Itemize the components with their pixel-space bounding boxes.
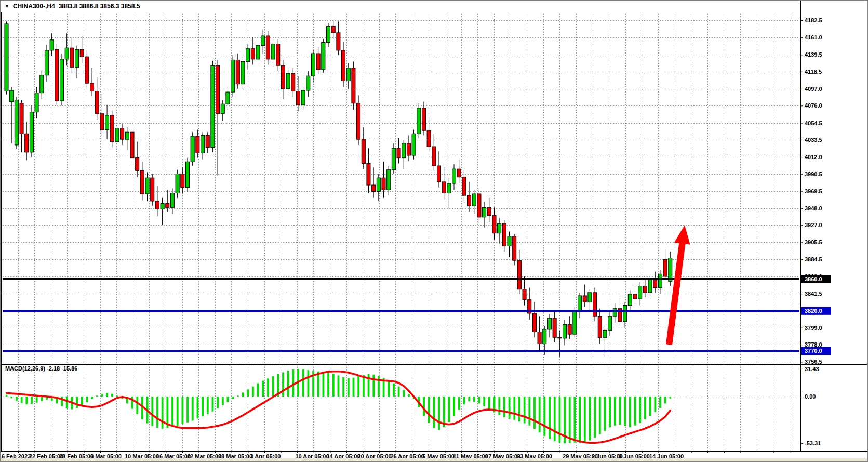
macd-histogram-bar [227, 397, 229, 402]
svg-text:3948.0: 3948.0 [805, 205, 822, 212]
candle [110, 111, 114, 148]
macd-histogram-bar [433, 397, 435, 428]
macd-histogram-bar [559, 397, 561, 443]
candle [377, 174, 380, 201]
candle [603, 326, 607, 357]
svg-text:3841.5: 3841.5 [805, 291, 822, 297]
macd-histogram-bar [524, 397, 526, 424]
candle [663, 249, 667, 280]
price-axis[interactable]: 4182.54161.04139.54118.54097.04076.04054… [800, 17, 831, 446]
candle [121, 124, 124, 145]
candle [517, 250, 521, 294]
macd-histogram-bar [649, 397, 651, 416]
macd-histogram-bar [584, 397, 586, 442]
candle [457, 160, 461, 183]
macd-histogram-bar [162, 397, 164, 429]
macd-histogram-bar [554, 397, 556, 441]
candle [25, 122, 29, 160]
macd-histogram-bar [569, 397, 571, 443]
macd-histogram-bar [509, 397, 511, 419]
macd-histogram-bar [453, 397, 455, 416]
macd-histogram-bar [76, 397, 78, 408]
candle [568, 316, 571, 339]
candle [136, 142, 139, 177]
pane-separator[interactable] [1, 363, 868, 365]
macd-histogram-bar [644, 397, 646, 419]
candle [161, 198, 164, 225]
macd-histogram-bar [483, 397, 485, 406]
macd-histogram-bar [594, 397, 596, 438]
macd-histogram-bar [543, 397, 545, 436]
candle [55, 44, 59, 104]
svg-text:3799.0: 3799.0 [805, 325, 822, 331]
macd-histogram-bar [272, 376, 274, 397]
candle [452, 164, 456, 190]
candle [382, 162, 385, 197]
macd-histogram-bar [463, 397, 465, 404]
candle [206, 132, 209, 153]
candle [201, 132, 205, 159]
macd-histogram-bar [292, 369, 294, 397]
svg-text:0.00: 0.00 [805, 393, 816, 400]
candle [65, 33, 69, 65]
candle [447, 178, 451, 209]
macd-histogram-bar [257, 384, 259, 397]
macd-histogram-bar [36, 397, 38, 403]
macd-histogram-bar [232, 397, 234, 399]
macd-histogram-bar [408, 394, 410, 397]
macd-histogram-bar [308, 370, 310, 397]
hline-price-label: 3860.0 [801, 275, 831, 283]
candle [337, 21, 340, 55]
candle [367, 148, 370, 193]
candle [60, 54, 63, 105]
chart-window: ▼ CHINA300-,H4 3883.8 3886.8 3856.3 3858… [0, 0, 868, 462]
svg-text:4161.0: 4161.0 [805, 34, 822, 41]
macd-histogram-bar [398, 387, 400, 397]
candle [191, 132, 194, 166]
candle [151, 174, 154, 206]
symbol-dropdown-icon[interactable]: ▼ [5, 4, 9, 9]
horizontal-line-3770.0[interactable] [3, 350, 799, 352]
chart-canvas[interactable]: 4182.54161.04139.54118.54097.04076.04054… [1, 1, 868, 462]
candle [5, 21, 8, 94]
axes-layer [1, 1, 868, 452]
svg-text:4012.0: 4012.0 [805, 154, 822, 160]
svg-text:3969.5: 3969.5 [805, 188, 822, 194]
candle [588, 289, 592, 312]
macd-histogram-bar [579, 397, 581, 443]
macd-histogram-bar [458, 397, 460, 410]
candle [185, 158, 189, 192]
candle [281, 60, 285, 99]
macd-histogram-bar [624, 397, 626, 426]
candle [30, 105, 33, 157]
macd-histogram-bar [317, 372, 319, 397]
candle [553, 312, 556, 342]
macd-histogram-bar [81, 397, 83, 405]
candle [50, 33, 54, 56]
macd-histogram-bar [267, 378, 269, 397]
macd-histogram-bar [222, 397, 224, 405]
candle [427, 117, 431, 151]
candle [653, 272, 657, 293]
macd-histogram-bar [6, 395, 8, 397]
candle [115, 122, 119, 151]
candle [442, 167, 446, 200]
candle [492, 207, 496, 240]
candle [241, 57, 245, 89]
candle [392, 143, 395, 174]
horizontal-lines-layer [3, 278, 799, 352]
macd-histogram-bar [468, 397, 470, 401]
macd-histogram-bar [629, 397, 631, 427]
candle [15, 97, 18, 149]
horizontal-line-3820.0[interactable] [3, 310, 799, 312]
macd-histogram-bar [186, 397, 189, 423]
macd-histogram-bar [25, 397, 28, 404]
macd-histogram-bar [654, 397, 656, 412]
svg-text:3884.5: 3884.5 [805, 256, 822, 262]
macd-histogram-bar [302, 369, 304, 397]
macd-layer [6, 369, 672, 443]
trend-arrow[interactable] [666, 225, 690, 345]
macd-histogram-bar [252, 387, 254, 397]
candle [322, 39, 325, 73]
macd-histogram-bar [287, 371, 289, 397]
